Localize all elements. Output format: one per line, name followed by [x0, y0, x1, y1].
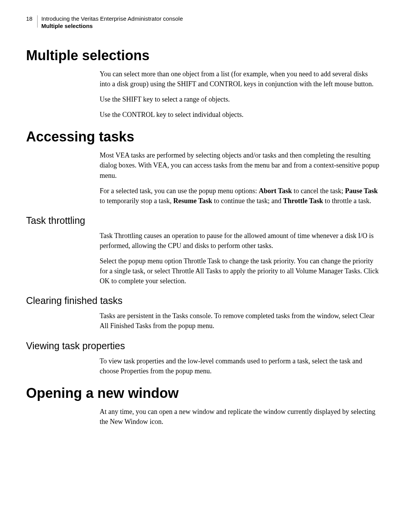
- text-span: to cancel the task;: [292, 187, 345, 195]
- heading-multiple-selections: Multiple selections: [26, 48, 383, 64]
- bold-text: Abort Task: [259, 187, 292, 195]
- heading-accessing-tasks: Accessing tasks: [26, 129, 383, 145]
- paragraph: Tasks are persistent in the Tasks consol…: [100, 311, 380, 331]
- page-header: 18 Introducing the Veritas Enterprise Ad…: [26, 15, 383, 29]
- heading-task-throttling: Task throttling: [26, 215, 383, 226]
- header-divider: [37, 15, 38, 28]
- paragraph: You can select more than one object from…: [100, 69, 380, 89]
- bold-text: Pause Task: [345, 187, 378, 195]
- text-span: to continue the task; and: [212, 197, 283, 205]
- paragraph: Use the SHIFT key to select a range of o…: [100, 94, 380, 104]
- page-number: 18: [26, 15, 33, 22]
- heading-viewing-task-properties: Viewing task properties: [26, 340, 383, 351]
- bold-text: Resume Task: [173, 197, 212, 205]
- paragraph: Use the CONTROL key to select individual…: [100, 110, 380, 120]
- bold-text: Throttle Task: [283, 197, 323, 205]
- paragraph: For a selected task, you can use the pop…: [100, 186, 380, 206]
- paragraph: To view task properties and the low-leve…: [100, 356, 380, 376]
- paragraph: Most VEA tasks are performed by selectin…: [100, 150, 380, 180]
- paragraph: Select the popup menu option Throttle Ta…: [100, 256, 380, 286]
- header-section: Multiple selections: [41, 23, 183, 29]
- text-span: to throttle a task.: [323, 197, 371, 205]
- text-span: For a selected task, you can use the pop…: [100, 187, 259, 195]
- heading-clearing-finished-tasks: Clearing finished tasks: [26, 295, 383, 306]
- paragraph: At any time, you can open a new window a…: [100, 407, 380, 427]
- header-chapter: Introducing the Veritas Enterprise Admin…: [41, 15, 183, 22]
- header-text: Introducing the Veritas Enterprise Admin…: [41, 15, 183, 29]
- paragraph: Task Throttling causes an operation to p…: [100, 231, 380, 251]
- text-span: to temporarily stop a task,: [100, 197, 173, 205]
- heading-opening-new-window: Opening a new window: [26, 385, 383, 401]
